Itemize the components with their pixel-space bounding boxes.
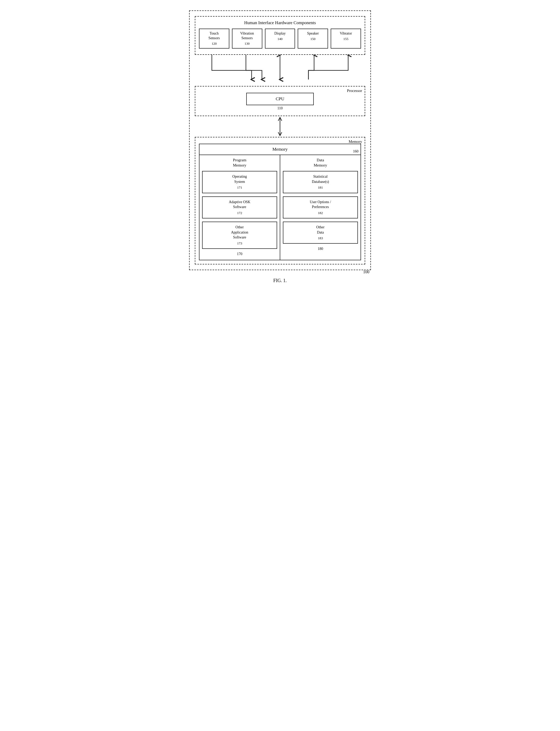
- vibration-sensors-box: VibrationSensors 130: [232, 29, 262, 49]
- processor-label: Processor: [347, 89, 362, 93]
- other-app-software-box: OtherApplicationSoftware 173: [202, 222, 277, 249]
- statistical-db-label: StatisticalDatabase(s): [312, 175, 329, 184]
- vibration-sensors-label: VibrationSensors: [240, 31, 254, 40]
- os-label: OperatingSystem: [232, 175, 247, 184]
- memory-columns: ProgramMemory OperatingSystem 171 Adapti…: [199, 155, 361, 260]
- fig-label: FIG. 1.: [189, 278, 371, 283]
- vibrator-num: 155: [333, 37, 359, 41]
- outer-box: Human Interface Hardware Components Touc…: [189, 10, 371, 270]
- other-app-software-label: OtherApplicationSoftware: [231, 225, 248, 239]
- program-col-num: 170: [202, 252, 277, 257]
- memory-box-num: 160: [353, 149, 358, 154]
- data-col-num: 180: [283, 247, 358, 252]
- connector-svg: [195, 55, 365, 86]
- other-app-software-num: 173: [205, 241, 275, 246]
- statistical-db-num: 181: [285, 185, 355, 190]
- diagram-wrapper: Human Interface Hardware Components Touc…: [189, 10, 371, 283]
- connector-area: [195, 55, 365, 86]
- other-data-label: OtherData: [316, 225, 325, 234]
- adaptive-osk-box: Adaptive OSKSoftware 172: [202, 196, 277, 218]
- os-box: OperatingSystem 171: [202, 171, 277, 193]
- user-options-box: User Options /Preferences 182: [283, 196, 358, 218]
- speaker-num: 150: [300, 37, 326, 41]
- user-options-num: 182: [285, 211, 355, 215]
- display-box: Display 140: [265, 29, 295, 49]
- processor-section: Processor CPU 110: [195, 86, 365, 116]
- memory-section: Memory Memory 160 ProgramMemory Operatin…: [195, 137, 365, 264]
- data-memory-col: DataMemory StatisticalDatabase(s) 181 Us…: [280, 155, 361, 260]
- touch-sensors-label: TouchSensors: [209, 31, 220, 40]
- program-memory-col: ProgramMemory OperatingSystem 171 Adapti…: [199, 155, 280, 260]
- program-memory-title: ProgramMemory: [202, 158, 277, 168]
- cpu-box: CPU: [246, 93, 314, 105]
- outer-label: 100: [363, 270, 369, 274]
- speaker-label: Speaker: [307, 31, 319, 35]
- vibration-sensors-num: 130: [234, 42, 260, 46]
- hih-title: Human Interface Hardware Components: [199, 20, 361, 25]
- touch-sensors-box: TouchSensors 120: [199, 29, 229, 49]
- cpu-label: CPU: [276, 96, 284, 101]
- speaker-box: Speaker 150: [298, 29, 328, 49]
- v-arrow-area: [195, 116, 365, 137]
- adaptive-osk-num: 172: [205, 211, 275, 215]
- cpu-num: 110: [199, 106, 361, 110]
- vibrator-label: Vibrator: [340, 31, 352, 35]
- memory-box-header: Memory 160: [199, 144, 361, 155]
- sensors-row: TouchSensors 120 VibrationSensors 130 Di…: [199, 29, 361, 49]
- hih-box: Human Interface Hardware Components Touc…: [195, 16, 365, 55]
- display-num: 140: [267, 37, 293, 41]
- vibrator-box: Vibrator 155: [331, 29, 361, 49]
- memory-box-label: Memory: [272, 147, 288, 152]
- os-num: 171: [205, 185, 275, 190]
- display-label: Display: [274, 31, 286, 35]
- v-arrow-svg: [195, 116, 365, 137]
- user-options-label: User Options /Preferences: [310, 200, 331, 209]
- data-memory-title: DataMemory: [283, 158, 358, 168]
- memory-box: Memory 160 ProgramMemory OperatingSystem…: [199, 144, 361, 260]
- memory-section-label: Memory: [349, 139, 362, 144]
- other-data-num: 183: [285, 236, 355, 241]
- touch-sensors-num: 120: [201, 42, 227, 46]
- adaptive-osk-label: Adaptive OSKSoftware: [229, 200, 250, 209]
- other-data-box: OtherData 183: [283, 222, 358, 244]
- statistical-db-box: StatisticalDatabase(s) 181: [283, 171, 358, 193]
